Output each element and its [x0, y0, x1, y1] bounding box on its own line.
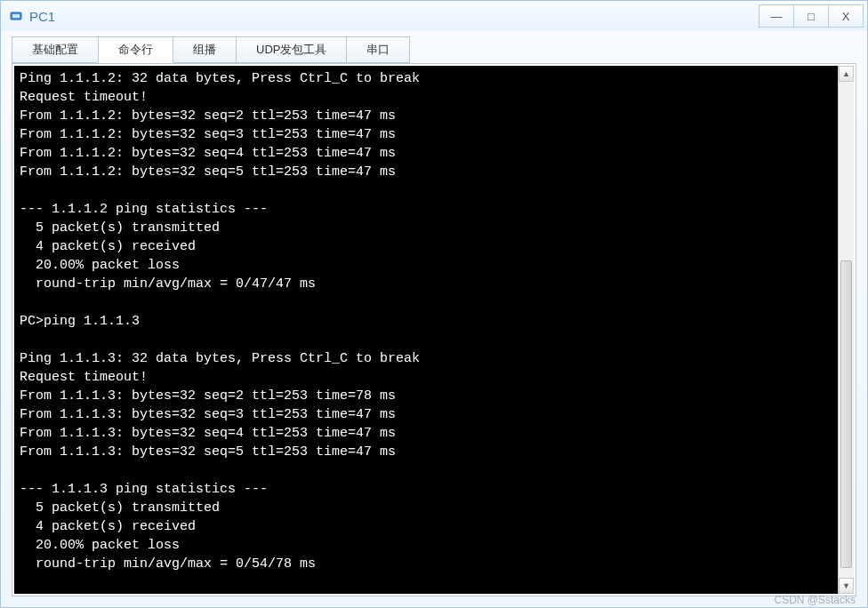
scroll-thumb[interactable]: [840, 260, 852, 568]
minimize-button[interactable]: —: [759, 4, 794, 28]
window-controls: — □ X: [759, 4, 864, 28]
titlebar[interactable]: PC1 — □ X: [1, 1, 867, 31]
tab-multicast[interactable]: 组播: [173, 36, 237, 63]
svg-rect-1: [12, 14, 20, 18]
terminal-frame: Ping 1.1.1.2: 32 data bytes, Press Ctrl_…: [12, 63, 856, 596]
terminal-output[interactable]: Ping 1.1.1.2: 32 data bytes, Press Ctrl_…: [14, 66, 838, 594]
vertical-scrollbar[interactable]: ▲ ▼: [838, 66, 854, 594]
scroll-track[interactable]: [839, 82, 854, 578]
tab-udp-packet-tool[interactable]: UDP发包工具: [236, 36, 347, 63]
app-window: PC1 — □ X 基础配置 命令行 组播 UDP发包工具 串口 Ping 1.…: [0, 0, 868, 608]
tab-command-line[interactable]: 命令行: [98, 36, 173, 63]
app-icon: [8, 8, 24, 24]
maximize-button[interactable]: □: [793, 4, 829, 28]
content-area: Ping 1.1.1.2: 32 data bytes, Press Ctrl_…: [1, 63, 867, 607]
scroll-up-arrow-icon[interactable]: ▲: [839, 66, 854, 82]
close-button[interactable]: X: [828, 4, 864, 28]
tabbar: 基础配置 命令行 组播 UDP发包工具 串口: [1, 31, 867, 63]
window-title: PC1: [29, 9, 759, 24]
scroll-down-arrow-icon[interactable]: ▼: [839, 578, 854, 594]
tab-serial[interactable]: 串口: [346, 36, 410, 63]
tab-basic-config[interactable]: 基础配置: [12, 36, 99, 63]
